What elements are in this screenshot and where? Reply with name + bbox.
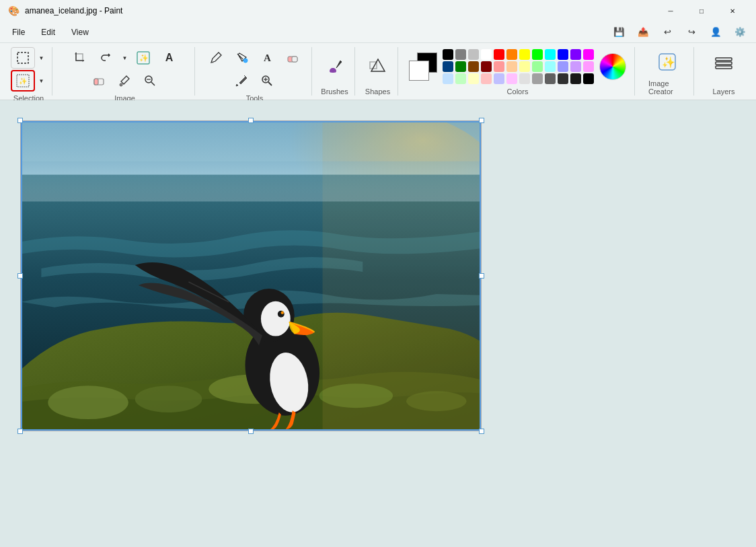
layers-label: Layers [712, 87, 734, 96]
brushes-button[interactable] [320, 51, 350, 81]
eraser-button[interactable] [280, 47, 305, 69]
color-swatch-0-2[interactable] [468, 49, 479, 60]
crop-button[interactable] [68, 47, 92, 69]
svg-line-9 [151, 82, 155, 85]
color-swatch-0-7[interactable] [532, 49, 543, 60]
save-button[interactable]: 💾 [608, 23, 630, 42]
svg-text:✨: ✨ [662, 56, 675, 69]
ai-fill-button[interactable]: ✨ [131, 47, 155, 69]
color-swatch-0-11[interactable] [583, 49, 594, 60]
text-button[interactable]: A [157, 47, 181, 69]
svg-point-36 [261, 301, 291, 336]
color-swatch-2-6[interactable] [519, 73, 530, 84]
color-swatch-2-3[interactable] [481, 73, 492, 84]
color-swatch-1-1[interactable] [455, 61, 466, 72]
shapes-button[interactable] [363, 51, 393, 81]
handle-bot-right[interactable] [479, 429, 484, 434]
svg-rect-40 [21, 161, 480, 202]
color-swatch-0-8[interactable] [545, 49, 556, 60]
color-swatch-1-3[interactable] [481, 61, 492, 72]
color-swatch-2-0[interactable] [443, 73, 453, 84]
image-creator-button[interactable]: ✨ [652, 47, 682, 77]
layers-button[interactable] [709, 47, 739, 77]
maximize-button[interactable]: □ [686, 0, 717, 22]
image-creator-label: Image Creator [648, 79, 685, 96]
rotate-dropdown[interactable]: ▼ [119, 47, 130, 69]
colors-group: Colors [401, 47, 635, 96]
svg-text:✨: ✨ [19, 77, 28, 85]
color-wheel[interactable] [599, 53, 626, 80]
user-button[interactable]: 👤 [705, 23, 726, 42]
select-dropdown-button[interactable]: ▼ [36, 47, 47, 69]
settings-button[interactable]: ⚙️ [729, 23, 751, 42]
color-swatch-2-4[interactable] [494, 73, 504, 84]
handle-top-mid[interactable] [248, 118, 254, 123]
color-swatch-0-4[interactable] [494, 49, 504, 60]
handle-bot-left[interactable] [17, 429, 23, 434]
rotate-button[interactable] [93, 47, 118, 69]
app-icon: 🎨 [8, 5, 20, 16]
handle-top-right[interactable] [479, 118, 484, 123]
color-swatch-0-3[interactable] [481, 49, 492, 60]
image-creator-group: ✨ Image Creator [640, 47, 694, 96]
background-color[interactable] [409, 61, 429, 81]
menu-edit[interactable]: Edit [34, 25, 62, 40]
ai-select-button[interactable]: ✨ [11, 70, 35, 92]
brushes-label: Brushes [321, 85, 348, 96]
picker-tool-button[interactable] [229, 70, 254, 92]
minimize-button[interactable]: ─ [655, 0, 686, 22]
fill-button[interactable] [229, 47, 254, 69]
color-swatch-1-9[interactable] [558, 61, 568, 72]
canvas-area[interactable] [0, 100, 756, 547]
color-swatch-1-7[interactable] [532, 61, 543, 72]
color-swatch-1-8[interactable] [545, 61, 556, 72]
color-swatch-1-5[interactable] [506, 61, 517, 72]
handle-bot-mid[interactable] [248, 429, 254, 434]
invert-select-button[interactable]: ▼ [36, 70, 47, 92]
image-group: ▼ ✨ A Image [55, 47, 195, 96]
svg-line-15 [268, 82, 272, 85]
color-swatch-2-1[interactable] [455, 73, 466, 84]
color-swatch-1-10[interactable] [570, 61, 581, 72]
eyedropper-button[interactable] [112, 70, 137, 92]
color-swatch-1-2[interactable] [468, 61, 479, 72]
color-swatch-1-6[interactable] [519, 61, 530, 72]
svg-point-11 [243, 59, 248, 63]
color-swatch-2-2[interactable] [468, 73, 479, 84]
svg-rect-6 [94, 79, 98, 85]
toolbar: ▼ ✨ ▼ Selection ▼ [0, 43, 756, 100]
color-swatch-1-11[interactable] [583, 61, 594, 72]
zoom-button[interactable] [138, 70, 162, 92]
color-swatch-0-10[interactable] [570, 49, 581, 60]
color-swatch-2-5[interactable] [506, 73, 517, 84]
close-button[interactable]: ✕ [717, 0, 748, 22]
share-button[interactable]: 📤 [632, 23, 654, 42]
color-swatch-2-11[interactable] [583, 73, 594, 84]
redo-button[interactable]: ↪ [681, 23, 702, 42]
window-title: amanea_iceland.jpg - Paint [25, 6, 122, 15]
color-swatch-1-4[interactable] [494, 61, 504, 72]
color-swatch-1-0[interactable] [443, 61, 453, 72]
menu-file[interactable]: File [5, 25, 32, 40]
pencil-button[interactable] [204, 47, 228, 69]
undo-button[interactable]: ↩ [656, 23, 678, 42]
erase-button[interactable] [87, 70, 111, 92]
menu-view[interactable]: View [65, 25, 96, 40]
rect-select-button[interactable] [11, 47, 35, 69]
canvas-image[interactable] [20, 120, 482, 431]
color-swatch-2-8[interactable] [545, 73, 556, 84]
color-swatch-2-7[interactable] [532, 73, 543, 84]
color-swatch-0-1[interactable] [455, 49, 466, 60]
color-swatch-0-5[interactable] [506, 49, 517, 60]
color-swatch-0-0[interactable] [443, 49, 453, 60]
color-swatch-0-6[interactable] [519, 49, 530, 60]
text-tool-button[interactable]: A [255, 47, 279, 69]
handle-top-left[interactable] [17, 118, 23, 123]
magnify-button[interactable] [255, 70, 279, 92]
color-swatch-2-10[interactable] [570, 73, 581, 84]
color-swatch-0-9[interactable] [558, 49, 568, 60]
canvas-wrapper [20, 120, 482, 431]
handle-mid-left[interactable] [17, 273, 23, 279]
handle-mid-right[interactable] [479, 273, 484, 279]
color-swatch-2-9[interactable] [558, 73, 568, 84]
